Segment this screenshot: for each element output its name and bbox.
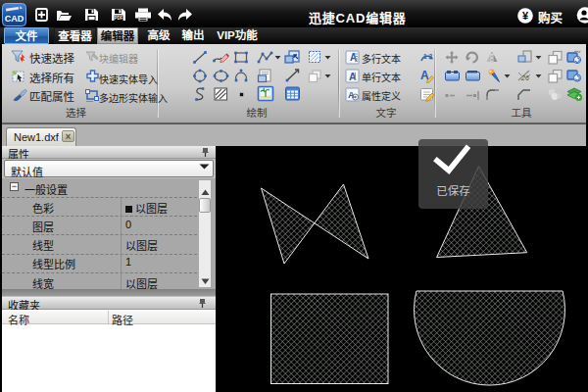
svg-text:1 2: 1 2 bbox=[423, 53, 432, 60]
svg-text:CAD: CAD bbox=[5, 14, 24, 24]
svg-text:PDF: PDF bbox=[115, 16, 123, 21]
svg-text:26: 26 bbox=[520, 74, 529, 81]
svg-text:¥: ¥ bbox=[522, 10, 529, 22]
